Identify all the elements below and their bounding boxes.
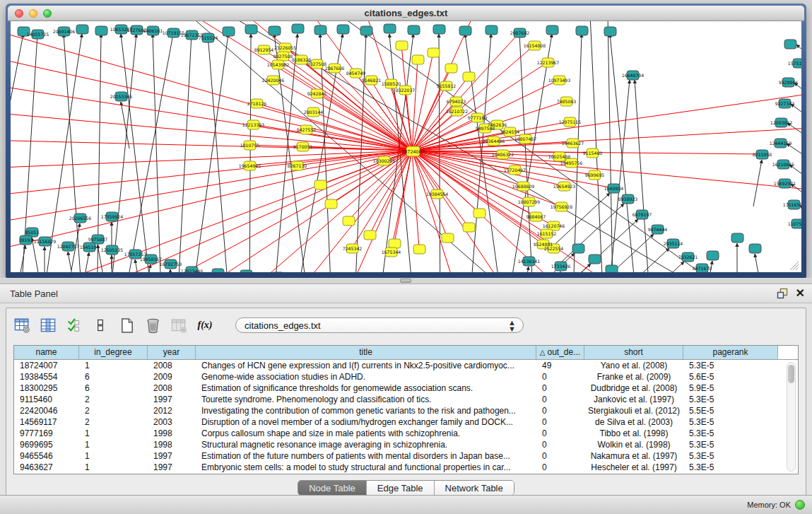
table-cell[interactable]: 22420046 xyxy=(14,405,79,416)
table-cell[interactable]: Dudbridge et al. (2008) xyxy=(584,382,683,394)
table-cell[interactable]: 9465546 xyxy=(14,450,79,462)
table-cell[interactable]: 5.3E-5 xyxy=(683,394,778,405)
graph-node[interactable] xyxy=(473,209,486,218)
table-cell[interactable]: 6 xyxy=(79,382,148,394)
column-header-name[interactable]: name xyxy=(14,346,79,359)
graph-node[interactable] xyxy=(433,25,445,34)
table-row[interactable]: 1456911722003Disruption of a novel membe… xyxy=(14,416,798,428)
graph-node[interactable] xyxy=(707,251,719,260)
table-mode-icon[interactable] xyxy=(13,317,30,334)
table-cell[interactable]: 5.3E-5 xyxy=(683,439,778,450)
table-cell[interactable]: 1997 xyxy=(148,450,196,462)
table-cell[interactable]: 2 xyxy=(79,405,148,416)
table-cell[interactable]: Wolkin et al. (1998) xyxy=(584,439,683,450)
table-cell[interactable]: Yano et al. (2008) xyxy=(584,360,683,371)
table-cell[interactable]: 0 xyxy=(536,439,584,450)
table-cell[interactable]: 2012 xyxy=(148,405,196,416)
table-cell[interactable]: 1 xyxy=(79,428,148,439)
scrollbar-thumb[interactable] xyxy=(788,365,794,383)
attribute-table[interactable]: namein_degreeyeartitle△out_de...shortpag… xyxy=(13,345,799,474)
graph-node[interactable] xyxy=(459,26,471,35)
column-header-short[interactable]: short xyxy=(584,346,683,359)
panel-splitter[interactable] xyxy=(0,278,812,284)
table-cell[interactable]: 18300295 xyxy=(14,382,79,394)
table-cell[interactable]: 6 xyxy=(79,371,148,382)
table-cell[interactable]: 0 xyxy=(536,462,584,473)
tab-network-table[interactable]: Network Table xyxy=(435,481,514,495)
graph-node[interactable] xyxy=(749,244,761,253)
show-columns-icon[interactable] xyxy=(40,317,57,334)
graph-node[interactable] xyxy=(408,25,420,35)
canvas-resize-grip-icon[interactable] xyxy=(790,262,799,270)
close-panel-icon[interactable]: ✕ xyxy=(796,286,805,300)
table-cell[interactable]: 0 xyxy=(536,405,584,416)
graph-node[interactable] xyxy=(486,25,498,35)
table-cell[interactable]: 1998 xyxy=(148,439,196,450)
table-cell[interactable]: 5.3E-5 xyxy=(683,462,778,473)
column-header-pagerank[interactable]: pagerank xyxy=(683,346,778,359)
table-source-combobox[interactable]: citations_edges.txt ▲▼ xyxy=(235,317,524,333)
table-cell[interactable]: 1 xyxy=(79,462,148,473)
table-cell[interactable]: 49 xyxy=(536,360,584,371)
table-cell[interactable]: 19384554 xyxy=(14,371,79,382)
graph-node[interactable] xyxy=(245,25,257,34)
table-cell[interactable]: Disruption of a novel member of a sodium… xyxy=(196,416,536,428)
graph-node[interactable] xyxy=(784,40,796,49)
graph-node[interactable] xyxy=(95,26,107,35)
table-cell[interactable]: Tibbo et al. (1998) xyxy=(584,428,683,439)
table-cell[interactable]: 0 xyxy=(536,394,584,405)
table-cell[interactable]: 2008 xyxy=(148,360,196,371)
new-document-icon[interactable] xyxy=(118,317,135,334)
column-header-title[interactable]: title xyxy=(196,346,536,359)
table-cell[interactable]: Corpus callosum shape and size in male p… xyxy=(196,428,536,439)
column-header-year[interactable]: year xyxy=(148,346,196,359)
table-cell[interactable]: 5.3E-5 xyxy=(683,428,778,439)
graph-node[interactable] xyxy=(604,27,616,36)
delete-table-icon[interactable] xyxy=(170,317,187,334)
table-row[interactable]: 1830029562008Estimation of significance … xyxy=(14,382,798,394)
table-cell[interactable]: Investigating the contribution of common… xyxy=(196,405,536,416)
table-cell[interactable]: 1 xyxy=(79,450,148,462)
table-cell[interactable]: Nakamura et al. (1997) xyxy=(584,450,683,462)
table-cell[interactable]: Estimation of significance thresholds fo… xyxy=(196,382,536,394)
graph-node[interactable] xyxy=(325,199,337,209)
graph-node[interactable] xyxy=(546,25,558,35)
graph-node[interactable] xyxy=(212,269,224,272)
table-cell[interactable]: Franke et al. (2009) xyxy=(584,371,683,382)
table-cell[interactable]: 1997 xyxy=(148,462,196,473)
table-cell[interactable]: Changes of HCN gene expression and I(f) … xyxy=(196,360,536,371)
splitter-handle-icon[interactable] xyxy=(400,279,411,283)
graph-node[interactable] xyxy=(396,41,408,50)
table-cell[interactable]: Structural magnetic resonance image aver… xyxy=(196,439,536,450)
trash-icon[interactable] xyxy=(144,317,161,334)
table-cell[interactable]: 2003 xyxy=(148,416,196,428)
graph-node[interactable] xyxy=(337,25,349,34)
window-titlebar[interactable]: citations_edges.txt xyxy=(8,6,804,21)
graph-node[interactable] xyxy=(240,270,252,272)
graph-node[interactable] xyxy=(731,233,743,243)
graph-node[interactable] xyxy=(442,233,454,243)
table-cell[interactable]: 2009 xyxy=(148,371,196,382)
graph-node[interactable] xyxy=(463,72,475,81)
graph-node[interactable] xyxy=(576,26,588,35)
tab-node-table[interactable]: Node Table xyxy=(298,481,367,495)
rows-icon[interactable] xyxy=(92,317,109,334)
table-cell[interactable]: Embryonic stem cells: a model to study s… xyxy=(196,462,536,473)
graph-node[interactable] xyxy=(343,216,355,226)
table-row[interactable]: 2242004622012Investigating the contribut… xyxy=(14,405,798,416)
table-cell[interactable]: Estimation of the future numbers of pati… xyxy=(196,450,536,462)
table-cell[interactable]: 5.3E-5 xyxy=(683,360,778,371)
table-row[interactable]: 946362711997Embryonic stem cells: a mode… xyxy=(14,462,798,473)
graph-node[interactable] xyxy=(413,245,425,254)
graph-node[interactable] xyxy=(445,64,457,73)
graph-node[interactable] xyxy=(360,26,372,35)
table-cell[interactable]: 2 xyxy=(79,394,148,405)
table-row[interactable]: 977716911998Corpus callosum shape and si… xyxy=(14,428,798,439)
graph-node[interactable] xyxy=(76,25,88,34)
column-header-in_degree[interactable]: in_degree xyxy=(79,346,148,359)
table-cell[interactable]: 5.9E-5 xyxy=(683,382,778,394)
float-panel-icon[interactable] xyxy=(777,288,788,299)
graph-node[interactable] xyxy=(389,239,401,248)
table-cell[interactable]: 14569117 xyxy=(14,416,79,428)
table-cell[interactable]: 1997 xyxy=(148,394,196,405)
